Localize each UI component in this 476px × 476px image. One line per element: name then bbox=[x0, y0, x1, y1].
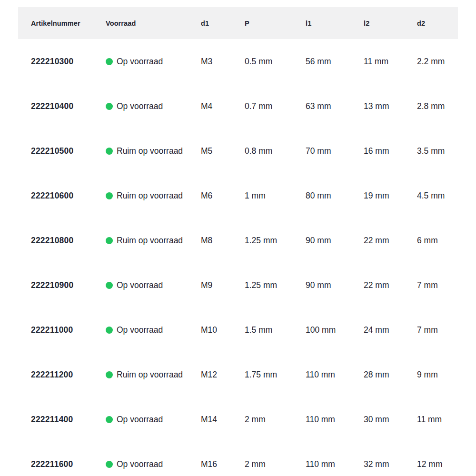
stock-status: Op voorraad bbox=[106, 57, 201, 67]
stock-status: Op voorraad bbox=[106, 101, 201, 111]
cell-d2: 11 mm bbox=[417, 415, 458, 425]
cell-l2: 22 mm bbox=[364, 280, 417, 290]
cell-p: 0.5 mm bbox=[245, 57, 306, 67]
stock-dot-icon bbox=[106, 282, 113, 289]
cell-p: 1.25 mm bbox=[245, 280, 306, 290]
cell-p: 1.25 mm bbox=[245, 236, 306, 246]
stock-status: Op voorraad bbox=[106, 325, 201, 335]
stock-status-label: Ruim op voorraad bbox=[117, 236, 183, 246]
cell-l1: 100 mm bbox=[306, 325, 364, 335]
table-header-row: Artikelnummer Voorraad d1 P l1 l2 d2 bbox=[18, 7, 458, 39]
cell-d1: M5 bbox=[201, 146, 245, 156]
stock-status-label: Op voorraad bbox=[117, 415, 163, 425]
cell-l1: 63 mm bbox=[306, 101, 364, 111]
stock-dot-icon bbox=[106, 192, 113, 199]
stock-status-label: Op voorraad bbox=[117, 101, 163, 111]
stock-status: Op voorraad bbox=[106, 459, 201, 469]
cell-d1: M3 bbox=[201, 57, 245, 67]
stock-dot-icon bbox=[106, 148, 113, 155]
stock-status: Ruim op voorraad bbox=[106, 236, 201, 246]
cell-d2: 9 mm bbox=[417, 370, 458, 380]
cell-l1: 110 mm bbox=[306, 459, 364, 469]
cell-p: 0.7 mm bbox=[245, 101, 306, 111]
column-header-d2: d2 bbox=[417, 20, 458, 27]
article-number: 222210400 bbox=[31, 101, 106, 111]
table-row[interactable]: 222210300 Op voorraad M3 0.5 mm 56 mm 11… bbox=[18, 39, 458, 84]
stock-dot-icon bbox=[106, 58, 113, 65]
cell-l1: 70 mm bbox=[306, 146, 364, 156]
stock-dot-icon bbox=[106, 461, 113, 468]
article-number: 222210800 bbox=[31, 236, 106, 246]
table-row[interactable]: 222210500 Ruim op voorraad M5 0.8 mm 70 … bbox=[18, 129, 458, 173]
column-header-artikelnummer: Artikelnummer bbox=[31, 20, 106, 27]
cell-d2: 3.5 mm bbox=[417, 146, 458, 156]
column-header-l2: l2 bbox=[364, 20, 417, 27]
table-row[interactable]: 222210800 Ruim op voorraad M8 1.25 mm 90… bbox=[18, 218, 458, 263]
column-header-p: P bbox=[245, 20, 306, 27]
cell-l2: 24 mm bbox=[364, 325, 417, 335]
stock-status: Ruim op voorraad bbox=[106, 370, 201, 380]
table-row[interactable]: 222210900 Op voorraad M9 1.25 mm 90 mm 2… bbox=[18, 263, 458, 307]
cell-p: 1.75 mm bbox=[245, 370, 306, 380]
cell-d1: M9 bbox=[201, 280, 245, 290]
article-number: 222210600 bbox=[31, 191, 106, 201]
cell-p: 1 mm bbox=[245, 191, 306, 201]
cell-l1: 90 mm bbox=[306, 280, 364, 290]
cell-l1: 56 mm bbox=[306, 57, 364, 67]
cell-d1: M12 bbox=[201, 370, 245, 380]
article-number: 222211200 bbox=[31, 370, 106, 380]
cell-l1: 110 mm bbox=[306, 415, 364, 425]
column-header-voorraad: Voorraad bbox=[106, 20, 201, 27]
stock-status: Op voorraad bbox=[106, 415, 201, 425]
column-header-l1: l1 bbox=[306, 20, 364, 27]
cell-l2: 30 mm bbox=[364, 415, 417, 425]
cell-d2: 7 mm bbox=[417, 280, 458, 290]
stock-status-label: Op voorraad bbox=[117, 57, 163, 67]
stock-status-label: Op voorraad bbox=[117, 280, 163, 290]
cell-l2: 28 mm bbox=[364, 370, 417, 380]
stock-status-label: Ruim op voorraad bbox=[117, 191, 183, 201]
cell-l2: 32 mm bbox=[364, 459, 417, 469]
article-number: 222210500 bbox=[31, 146, 106, 156]
cell-d2: 12 mm bbox=[417, 459, 458, 469]
stock-status-label: Ruim op voorraad bbox=[117, 146, 183, 156]
cell-l1: 110 mm bbox=[306, 370, 364, 380]
stock-dot-icon bbox=[106, 237, 113, 244]
cell-d1: M14 bbox=[201, 415, 245, 425]
stock-status: Ruim op voorraad bbox=[106, 191, 201, 201]
cell-l1: 80 mm bbox=[306, 191, 364, 201]
cell-l2: 11 mm bbox=[364, 57, 417, 67]
table-row[interactable]: 222211000 Op voorraad M10 1.5 mm 100 mm … bbox=[18, 307, 458, 352]
stock-dot-icon bbox=[106, 327, 113, 334]
article-number: 222210900 bbox=[31, 280, 106, 290]
stock-status-label: Op voorraad bbox=[117, 325, 163, 335]
stock-status: Op voorraad bbox=[106, 280, 201, 290]
stock-status: Ruim op voorraad bbox=[106, 146, 201, 156]
cell-l2: 22 mm bbox=[364, 236, 417, 246]
table-row[interactable]: 222211200 Ruim op voorraad M12 1.75 mm 1… bbox=[18, 352, 458, 397]
cell-d1: M16 bbox=[201, 459, 245, 469]
article-number: 222211600 bbox=[31, 459, 106, 469]
cell-d1: M4 bbox=[201, 101, 245, 111]
table-row[interactable]: 222210400 Op voorraad M4 0.7 mm 63 mm 13… bbox=[18, 84, 458, 129]
cell-d2: 6 mm bbox=[417, 236, 458, 246]
cell-l2: 13 mm bbox=[364, 101, 417, 111]
table-row[interactable]: 222211600 Op voorraad M16 2 mm 110 mm 32… bbox=[18, 442, 458, 476]
cell-p: 1.5 mm bbox=[245, 325, 306, 335]
cell-p: 2 mm bbox=[245, 459, 306, 469]
table-row[interactable]: 222210600 Ruim op voorraad M6 1 mm 80 mm… bbox=[18, 173, 458, 218]
stock-dot-icon bbox=[106, 371, 113, 378]
table-row[interactable]: 222211400 Op voorraad M14 2 mm 110 mm 30… bbox=[18, 397, 458, 442]
cell-l2: 19 mm bbox=[364, 191, 417, 201]
cell-p: 0.8 mm bbox=[245, 146, 306, 156]
stock-status-label: Op voorraad bbox=[117, 459, 163, 469]
cell-l1: 90 mm bbox=[306, 236, 364, 246]
cell-p: 2 mm bbox=[245, 415, 306, 425]
cell-d2: 4.5 mm bbox=[417, 191, 458, 201]
article-number: 222211400 bbox=[31, 415, 106, 425]
product-spec-table: Artikelnummer Voorraad d1 P l1 l2 d2 222… bbox=[18, 7, 458, 476]
cell-d1: M6 bbox=[201, 191, 245, 201]
cell-d1: M8 bbox=[201, 236, 245, 246]
table-body: 222210300 Op voorraad M3 0.5 mm 56 mm 11… bbox=[18, 39, 458, 476]
cell-d2: 2.2 mm bbox=[417, 57, 458, 67]
